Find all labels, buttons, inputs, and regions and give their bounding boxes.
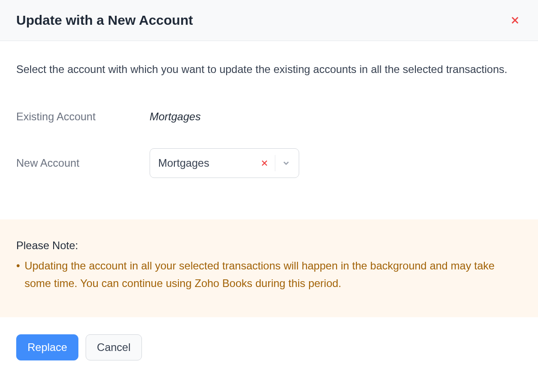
note-title: Please Note: (16, 239, 522, 252)
note-list: • Updating the account in all your selec… (16, 257, 522, 292)
note-text: Updating the account in all your selecte… (24, 257, 522, 292)
existing-account-label: Existing Account (16, 110, 150, 123)
existing-account-value: Mortgages (150, 110, 201, 123)
new-account-value: Mortgages (158, 157, 257, 169)
close-icon (510, 15, 520, 25)
cancel-button[interactable]: Cancel (86, 334, 142, 360)
note-box: Please Note: • Updating the account in a… (0, 219, 538, 317)
new-account-select[interactable]: Mortgages (150, 148, 299, 178)
new-account-row: New Account Mortgages (16, 148, 522, 178)
existing-account-row: Existing Account Mortgages (16, 110, 522, 123)
dialog-header: Update with a New Account (0, 0, 538, 41)
note-item: • Updating the account in all your selec… (16, 257, 522, 292)
close-button[interactable] (508, 14, 522, 27)
clear-icon (260, 159, 269, 167)
dropdown-toggle-button[interactable] (275, 159, 299, 168)
dialog-title: Update with a New Account (16, 13, 193, 28)
chevron-down-icon (282, 159, 291, 168)
dialog-footer: Replace Cancel (0, 317, 538, 378)
dialog-description: Select the account with which you want t… (16, 61, 522, 78)
replace-button[interactable]: Replace (16, 334, 78, 360)
bullet-icon: • (16, 257, 20, 274)
clear-selection-button[interactable] (257, 159, 275, 167)
dialog-body: Select the account with which you want t… (0, 41, 538, 219)
new-account-label: New Account (16, 157, 150, 169)
